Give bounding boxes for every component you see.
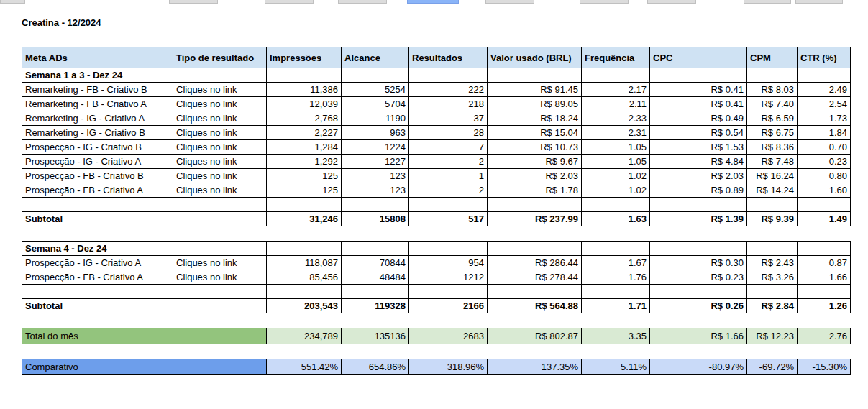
result-type-cell[interactable]: Cliques no link: [173, 270, 267, 285]
column-header-5[interactable]: Valor usado (BRL): [488, 47, 582, 68]
selected-column-header-stub[interactable]: [407, 0, 459, 4]
value-cell[interactable]: R$ 91.45: [488, 83, 582, 97]
value-cell[interactable]: 0.87: [798, 256, 851, 270]
value-cell[interactable]: R$ 0.23: [650, 270, 747, 285]
empty-cell[interactable]: [409, 285, 488, 299]
ad-name-cell[interactable]: Prospecção - IG - Criativo A: [22, 155, 173, 169]
empty-cell[interactable]: [582, 285, 650, 299]
column-header-stub[interactable]: [647, 0, 696, 4]
subtotal-value-cell[interactable]: 15808: [342, 212, 409, 226]
column-header-6[interactable]: Frequência: [582, 47, 650, 68]
total-value-cell[interactable]: 2.76: [798, 328, 851, 344]
value-cell[interactable]: 2.31: [582, 126, 650, 140]
value-cell[interactable]: R$ 8.03: [747, 83, 798, 97]
empty-cell[interactable]: [582, 68, 650, 83]
ad-name-cell[interactable]: Prospecção - IG - Criativo A: [22, 256, 173, 270]
empty-cell[interactable]: [173, 198, 267, 212]
value-cell[interactable]: 1,284: [267, 140, 342, 155]
value-cell[interactable]: R$ 9.67: [488, 155, 582, 169]
value-cell[interactable]: 1212: [409, 270, 488, 285]
subtotal-label[interactable]: Subtotal: [22, 299, 173, 313]
value-cell[interactable]: 2: [409, 183, 488, 198]
value-cell[interactable]: R$ 2.03: [650, 169, 747, 183]
result-type-cell[interactable]: Cliques no link: [173, 83, 267, 97]
total-value-cell[interactable]: 234,789: [267, 328, 342, 344]
subtotal-value-cell[interactable]: 517: [409, 212, 488, 226]
column-header-stub[interactable]: [744, 0, 791, 4]
empty-cell[interactable]: [342, 198, 409, 212]
empty-cell[interactable]: [747, 68, 798, 83]
value-cell[interactable]: 118,087: [267, 256, 342, 270]
value-cell[interactable]: 2,768: [267, 111, 342, 126]
section-label[interactable]: Semana 4 - Dez 24: [22, 242, 173, 256]
value-cell[interactable]: 1: [409, 169, 488, 183]
column-header-2[interactable]: Impressões: [267, 47, 342, 68]
value-cell[interactable]: 7: [409, 140, 488, 155]
empty-cell[interactable]: [342, 285, 409, 299]
empty-cell[interactable]: [342, 242, 409, 256]
value-cell[interactable]: 85,456: [267, 270, 342, 285]
value-cell[interactable]: 1.73: [798, 111, 851, 126]
empty-cell[interactable]: [22, 198, 173, 212]
ad-name-cell[interactable]: Prospecção - FB - Criativo A: [22, 270, 173, 285]
value-cell[interactable]: 1190: [342, 111, 409, 126]
empty-cell[interactable]: [747, 242, 798, 256]
total-value-cell[interactable]: R$ 12.23: [747, 328, 798, 344]
empty-cell[interactable]: [488, 68, 582, 83]
comparativo-value-cell[interactable]: 137.35%: [488, 359, 582, 375]
value-cell[interactable]: 1.05: [582, 140, 650, 155]
value-cell[interactable]: 1.05: [582, 155, 650, 169]
column-header-4[interactable]: Resultados: [409, 47, 488, 68]
value-cell[interactable]: 11,386: [267, 83, 342, 97]
value-cell[interactable]: R$ 10.73: [488, 140, 582, 155]
subtotal-value-cell[interactable]: R$ 237.99: [488, 212, 582, 226]
empty-cell[interactable]: [173, 212, 267, 226]
value-cell[interactable]: R$ 3.26: [747, 270, 798, 285]
empty-cell[interactable]: [267, 285, 342, 299]
result-type-cell[interactable]: Cliques no link: [173, 126, 267, 140]
empty-cell[interactable]: [798, 68, 851, 83]
total-value-cell[interactable]: R$ 802.87: [488, 328, 582, 344]
value-cell[interactable]: 963: [342, 126, 409, 140]
ad-name-cell[interactable]: Remarketing - FB - Criativo B: [22, 83, 173, 97]
empty-cell[interactable]: [582, 198, 650, 212]
empty-cell[interactable]: [267, 198, 342, 212]
value-cell[interactable]: 0.23: [798, 155, 851, 169]
value-cell[interactable]: 2: [409, 155, 488, 169]
column-header-0[interactable]: Meta ADs: [22, 47, 173, 68]
value-cell[interactable]: 2.17: [582, 83, 650, 97]
value-cell[interactable]: R$ 7.40: [747, 97, 798, 111]
value-cell[interactable]: 12,039: [267, 97, 342, 111]
empty-cell[interactable]: [798, 285, 851, 299]
subtotal-value-cell[interactable]: 1.49: [798, 212, 851, 226]
value-cell[interactable]: R$ 18.24: [488, 111, 582, 126]
value-cell[interactable]: 2.33: [582, 111, 650, 126]
section-label[interactable]: Semana 1 a 3 - Dez 24: [22, 68, 173, 83]
ad-name-cell[interactable]: Prospecção - IG - Criativo B: [22, 140, 173, 155]
value-cell[interactable]: R$ 16.24: [747, 169, 798, 183]
value-cell[interactable]: R$ 0.41: [650, 83, 747, 97]
empty-cell[interactable]: [409, 198, 488, 212]
empty-cell[interactable]: [747, 198, 798, 212]
subtotal-value-cell[interactable]: R$ 564.88: [488, 299, 582, 313]
empty-cell[interactable]: [650, 285, 747, 299]
empty-cell[interactable]: [650, 68, 747, 83]
value-cell[interactable]: 37: [409, 111, 488, 126]
value-cell[interactable]: R$ 8.36: [747, 140, 798, 155]
value-cell[interactable]: 1.76: [582, 270, 650, 285]
ad-name-cell[interactable]: Prospecção - FB - Criativo A: [22, 183, 173, 198]
empty-cell[interactable]: [488, 242, 582, 256]
subtotal-value-cell[interactable]: 1.71: [582, 299, 650, 313]
column-header-stub[interactable]: [580, 0, 629, 4]
value-cell[interactable]: 1224: [342, 140, 409, 155]
result-type-cell[interactable]: Cliques no link: [173, 155, 267, 169]
ad-name-cell[interactable]: Remarketing - IG - Criativo B: [22, 126, 173, 140]
value-cell[interactable]: 1.02: [582, 169, 650, 183]
sheet-title[interactable]: Creatina - 12/2024: [22, 17, 850, 28]
empty-cell[interactable]: [267, 242, 342, 256]
subtotal-value-cell[interactable]: R$ 1.39: [650, 212, 747, 226]
value-cell[interactable]: 1.66: [798, 270, 851, 285]
empty-cell[interactable]: [22, 285, 173, 299]
value-cell[interactable]: R$ 0.89: [650, 183, 747, 198]
total-value-cell[interactable]: 2683: [409, 328, 488, 344]
